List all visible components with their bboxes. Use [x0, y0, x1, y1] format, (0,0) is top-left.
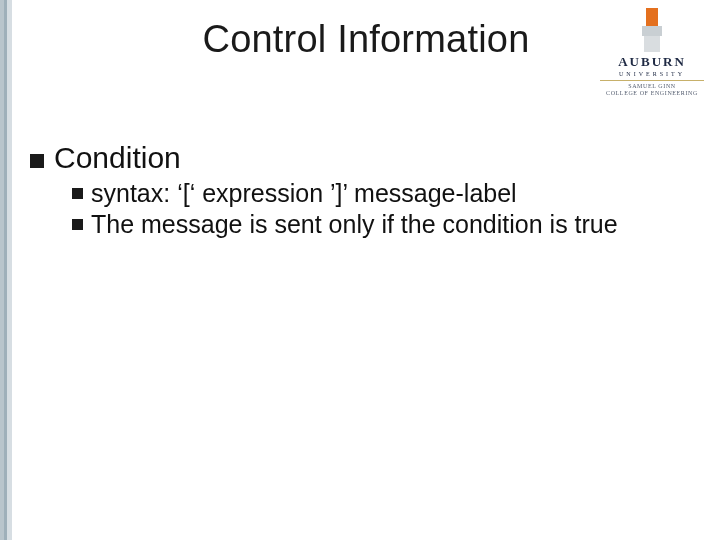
bullet-level2: The message is sent only if the conditio…	[72, 209, 680, 240]
bullet-level1: Condition	[30, 140, 680, 176]
content-area: Condition syntax: ‘[‘ expression ’]’ mes…	[30, 140, 680, 239]
bullet-level2-text: The message is sent only if the conditio…	[91, 209, 618, 240]
slide-body: Control Information AUBURN UNIVERSITY SA…	[12, 0, 720, 540]
tower-icon	[642, 8, 662, 52]
bullet-level2-text: syntax: ‘[‘ expression ’]’ message-label	[91, 178, 517, 209]
bullet-level2-group: syntax: ‘[‘ expression ’]’ message-label…	[72, 178, 680, 239]
left-decorative-stripe	[0, 0, 12, 540]
bullet-level1-text: Condition	[54, 140, 181, 176]
logo-college-line2: COLLEGE OF ENGINEERING	[598, 90, 706, 97]
square-bullet-icon	[30, 154, 44, 168]
logo-divider	[600, 80, 704, 81]
logo-university-label: UNIVERSITY	[598, 71, 706, 77]
auburn-logo: AUBURN UNIVERSITY SAMUEL GINN COLLEGE OF…	[598, 8, 706, 97]
logo-wordmark: AUBURN	[598, 54, 706, 70]
bullet-level2: syntax: ‘[‘ expression ’]’ message-label	[72, 178, 680, 209]
logo-college-line1: SAMUEL GINN	[598, 83, 706, 90]
square-bullet-icon	[72, 188, 83, 199]
square-bullet-icon	[72, 219, 83, 230]
